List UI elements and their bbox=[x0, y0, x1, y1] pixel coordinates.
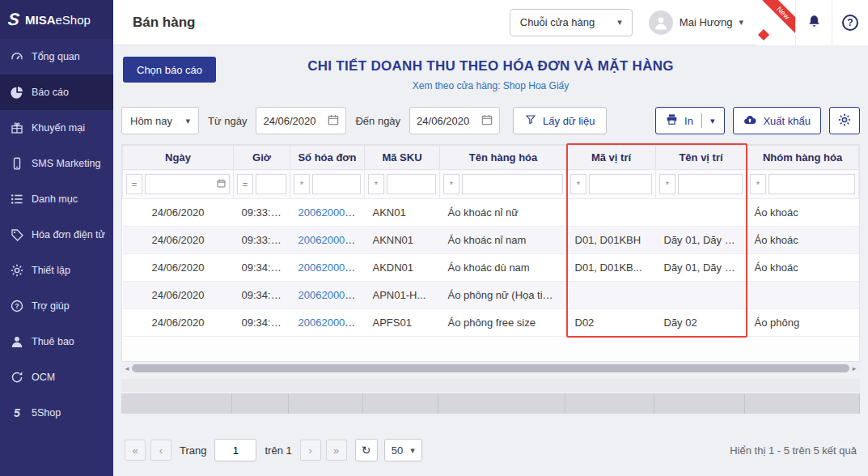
filter-operator[interactable]: * bbox=[570, 174, 586, 194]
help-icon: ? bbox=[11, 300, 23, 312]
store-chain-dropdown[interactable]: Chuỗi cửa hàng ▾ bbox=[510, 9, 633, 36]
column-header-location-code[interactable]: Mã vị trí bbox=[567, 146, 656, 170]
table-row[interactable]: 24/06/2020 09:34:35 2006200003 APN01-H..… bbox=[123, 282, 859, 309]
page-number-input[interactable] bbox=[214, 439, 256, 461]
whats-new-button[interactable]: New bbox=[756, 0, 795, 45]
sidebar-item-thiet-lap[interactable]: Thiết lập bbox=[0, 253, 113, 288]
filter-operator[interactable]: * bbox=[750, 174, 766, 194]
filter-date-input[interactable] bbox=[145, 174, 230, 194]
report-subtitle[interactable]: Xem theo cửa hàng: Shop Hoa Giấy bbox=[121, 80, 860, 91]
help-button[interactable]: ? bbox=[832, 0, 868, 45]
app-logo[interactable]: S MISAeShop bbox=[0, 0, 113, 39]
from-date-input[interactable]: 24/06/2020 bbox=[256, 107, 346, 134]
column-header-sku[interactable]: Mã SKU bbox=[365, 146, 440, 170]
sidebar-item-5shop[interactable]: 5 5Shop bbox=[0, 395, 113, 431]
horizontal-scrollbar[interactable]: ◂ ▸ bbox=[121, 363, 860, 373]
sidebar-item-tro-giup[interactable]: ? Trợ giúp bbox=[0, 288, 113, 324]
sidebar-item-thue-bao[interactable]: Thuê bao bbox=[0, 324, 113, 359]
sidebar-item-sms-marketing[interactable]: SMS Marketing bbox=[0, 146, 113, 181]
grid-settings-button[interactable] bbox=[829, 107, 860, 134]
filter-operator[interactable]: = bbox=[126, 174, 142, 194]
invoice-link[interactable]: 2006200002 bbox=[299, 234, 357, 246]
table-row[interactable]: 24/06/2020 09:33:12 2006200002 AKN01 Áo … bbox=[123, 199, 859, 227]
pie-chart-icon bbox=[11, 86, 23, 99]
load-data-label: Lấy dữ liệu bbox=[543, 115, 595, 127]
cell-location-name: Dãy 01, Dãy 01... bbox=[656, 227, 747, 254]
cell-location-name bbox=[656, 282, 747, 309]
column-header-time[interactable]: Giờ bbox=[234, 146, 290, 170]
calendar-icon bbox=[481, 114, 493, 128]
data-grid: Ngày Giờ Số hóa đơn Mã SKU Tên hàng hóa … bbox=[121, 144, 860, 362]
filter-location-code-input[interactable] bbox=[589, 174, 652, 194]
refresh-button[interactable]: ↻ bbox=[355, 439, 378, 461]
column-header-date[interactable]: Ngày bbox=[123, 146, 234, 170]
column-header-location-name[interactable]: Tên vị trí bbox=[656, 146, 747, 170]
column-header-group[interactable]: Nhóm hàng hóa bbox=[747, 146, 859, 170]
user-menu[interactable]: Mai Hương ▾ bbox=[649, 11, 743, 35]
cell-product: Áo phông free size bbox=[440, 309, 567, 337]
separator bbox=[701, 113, 702, 128]
chevron-down-icon: ▾ bbox=[710, 116, 715, 126]
load-data-button[interactable]: Lấy dữ liệu bbox=[513, 107, 607, 134]
filter-location-name-input[interactable] bbox=[678, 174, 743, 194]
period-select[interactable]: Hôm nay ▾ bbox=[121, 107, 199, 134]
sidebar-item-danh-muc[interactable]: Danh mục bbox=[0, 181, 113, 217]
filter-operator[interactable]: * bbox=[659, 174, 675, 194]
new-ribbon-badge: New bbox=[761, 0, 795, 34]
filter-invoice-input[interactable] bbox=[312, 174, 361, 194]
filter-date-text[interactable] bbox=[147, 176, 215, 193]
pagination-bar: « ‹ Trang trên 1 › » ↻ 50 ▾ Hiển thị 1 -… bbox=[121, 431, 860, 470]
sidebar-item-tong-quan[interactable]: Tổng quan bbox=[0, 39, 113, 74]
sidebar-item-label: 5Shop bbox=[32, 407, 61, 419]
scroll-right-icon[interactable]: ▸ bbox=[849, 363, 859, 373]
last-page-button[interactable]: » bbox=[326, 440, 347, 461]
filter-group-input[interactable] bbox=[768, 174, 855, 194]
grid-header-row: Ngày Giờ Số hóa đơn Mã SKU Tên hàng hóa … bbox=[123, 146, 859, 170]
store-chain-label: Chuỗi cửa hàng bbox=[520, 16, 595, 28]
filter-time-input[interactable] bbox=[256, 174, 286, 194]
page-size-select[interactable]: 50 ▾ bbox=[384, 439, 422, 461]
next-page-button[interactable]: › bbox=[300, 440, 321, 461]
sidebar-item-khuyen-mai[interactable]: Khuyến mại bbox=[0, 110, 113, 146]
dashboard-icon bbox=[11, 50, 23, 63]
table-row[interactable]: 24/06/2020 09:34:35 2006200003 AKDN01 Áo… bbox=[123, 254, 859, 282]
previous-page-button[interactable]: ‹ bbox=[150, 440, 171, 461]
table-row[interactable]: 24/06/2020 09:34:35 2006200003 APFS01 Áo… bbox=[123, 309, 859, 337]
summary-cell bbox=[654, 393, 745, 414]
cell-location-name: Dãy 02 bbox=[656, 309, 747, 337]
sidebar-item-label: Báo cáo bbox=[32, 87, 69, 98]
table-row[interactable]: 24/06/2020 09:33:12 2006200002 AKNN01 Áo… bbox=[123, 227, 859, 254]
cell-group: Áo khoác bbox=[747, 227, 859, 254]
filter-operator[interactable]: = bbox=[237, 174, 253, 194]
scrollbar-thumb[interactable] bbox=[132, 364, 849, 372]
first-page-button[interactable]: « bbox=[125, 440, 146, 461]
invoice-link[interactable]: 2006200003 bbox=[299, 261, 357, 274]
filter-operator[interactable]: * bbox=[368, 174, 384, 194]
print-button[interactable]: In ▾ bbox=[655, 107, 725, 134]
notifications-button[interactable] bbox=[796, 0, 832, 45]
filter-operator[interactable]: * bbox=[443, 174, 459, 194]
invoice-link[interactable]: 2006200003 bbox=[299, 289, 357, 301]
svg-text:?: ? bbox=[15, 302, 19, 310]
filter-product-input[interactable] bbox=[462, 174, 563, 194]
choose-report-button[interactable]: Chọn báo cáo bbox=[123, 57, 216, 83]
sidebar-item-hoa-don-dien-tu[interactable]: Hóa đơn điện tử bbox=[0, 217, 113, 253]
scroll-left-icon[interactable]: ◂ bbox=[122, 363, 132, 373]
invoice-link[interactable]: 2006200002 bbox=[299, 206, 357, 219]
cell-product: Áo phông nữ (Họa tiết... bbox=[440, 282, 567, 309]
column-header-product[interactable]: Tên hàng hóa bbox=[440, 146, 567, 170]
filter-sku-input[interactable] bbox=[387, 174, 436, 194]
invoice-link[interactable]: 2006200003 bbox=[299, 317, 357, 329]
five-icon: 5 bbox=[11, 406, 23, 419]
main-area: Bán hàng Chuỗi cửa hàng ▾ Mai Hương ▾ Ne… bbox=[113, 0, 868, 476]
filter-operator[interactable]: * bbox=[294, 174, 310, 194]
export-button[interactable]: Xuất khẩu bbox=[733, 107, 821, 134]
to-date-input[interactable]: 24/06/2020 bbox=[409, 107, 500, 134]
column-header-invoice[interactable]: Số hóa đơn bbox=[290, 146, 365, 170]
sidebar-item-ocm[interactable]: OCM bbox=[0, 359, 113, 395]
chevron-down-icon: ▾ bbox=[739, 17, 743, 28]
sidebar-item-bao-cao[interactable]: Báo cáo bbox=[0, 74, 113, 110]
grid-summary-row bbox=[121, 393, 860, 414]
gear-icon bbox=[11, 264, 23, 277]
cell-sku: APFS01 bbox=[365, 309, 440, 337]
